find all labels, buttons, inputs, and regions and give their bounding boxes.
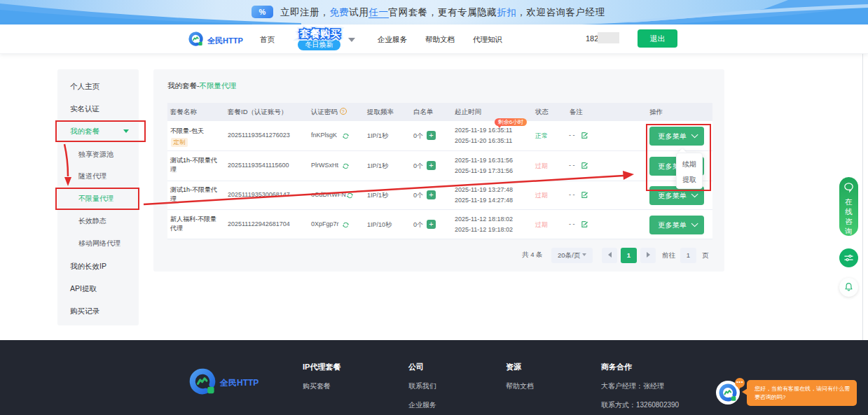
svg-text:套餐购买: 套餐购买: [299, 28, 341, 39]
